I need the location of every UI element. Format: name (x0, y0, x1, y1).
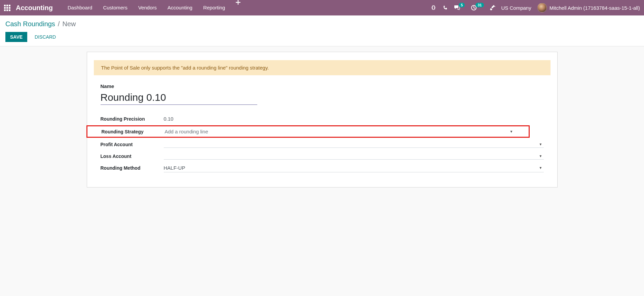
save-button[interactable]: Save (5, 32, 27, 42)
nav-dashboard[interactable]: Dashboard (62, 0, 98, 15)
activities-badge: 31 (476, 3, 484, 7)
tools-icon[interactable] (490, 5, 495, 10)
name-input[interactable] (101, 90, 257, 105)
control-buttons: Save Discard (5, 32, 639, 42)
breadcrumb-current: New (62, 20, 76, 28)
chevron-down-icon: ▼ (538, 154, 544, 158)
content-area: The Point of Sale only supports the "add… (0, 46, 644, 193)
name-label: Name (101, 83, 544, 89)
form-body: Name Rounding Precision 0.10 Rounding St… (87, 83, 557, 174)
messages-badge: 5 (459, 3, 465, 7)
loss-select[interactable]: ▼ (164, 153, 544, 160)
strategy-label: Rounding Strategy (102, 129, 165, 134)
strategy-row-highlighted: Rounding Strategy Add a rounding line ▼ (86, 125, 530, 138)
nav-menu: Dashboard Customers Vendors Accounting R… (62, 0, 246, 15)
apps-icon[interactable] (4, 5, 10, 11)
activities-icon[interactable]: 31 (471, 5, 484, 11)
breadcrumb-parent[interactable]: Cash Roundings (5, 20, 55, 28)
alert-warning: The Point of Sale only supports the "add… (94, 60, 551, 75)
method-label: Rounding Method (101, 165, 164, 171)
name-field-block: Name (101, 83, 544, 105)
precision-row: Rounding Precision 0.10 (101, 113, 544, 125)
nav-reporting[interactable]: Reporting (198, 0, 230, 15)
control-panel: Cash Roundings / New Save Discard (0, 15, 644, 46)
profit-select[interactable]: ▼ (164, 141, 544, 148)
chevron-down-icon: ▼ (508, 130, 515, 133)
form-sheet: The Point of Sale only supports the "add… (87, 52, 558, 187)
avatar (537, 3, 547, 12)
nav-systray: 5 31 US Company Mitchell Admin (17163784… (430, 3, 640, 12)
loss-label: Loss Account (101, 154, 164, 159)
messages-icon[interactable]: 5 (454, 5, 465, 10)
chevron-down-icon: ▼ (538, 142, 544, 146)
top-navbar: Accounting Dashboard Customers Vendors A… (0, 0, 644, 15)
breadcrumb: Cash Roundings / New (5, 20, 639, 28)
phone-icon[interactable] (443, 5, 448, 10)
chevron-down-icon: ▼ (538, 166, 544, 170)
app-title[interactable]: Accounting (16, 4, 53, 12)
nav-accounting[interactable]: Accounting (162, 0, 198, 15)
breadcrumb-separator: / (58, 20, 60, 28)
nav-plus-icon[interactable] (230, 0, 246, 15)
method-select[interactable]: HALF-UP ▼ (164, 164, 544, 172)
discard-button[interactable]: Discard (30, 32, 61, 42)
profit-row: Profit Account ▼ (101, 138, 544, 150)
nav-customers[interactable]: Customers (98, 0, 133, 15)
precision-value[interactable]: 0.10 (164, 116, 544, 122)
precision-label: Rounding Precision (101, 116, 164, 122)
method-value: HALF-UP (164, 165, 538, 171)
strategy-select[interactable]: Add a rounding line ▼ (165, 127, 515, 136)
profit-label: Profit Account (101, 142, 164, 147)
user-name: Mitchell Admin (17163784-saas-15-1-all) (550, 5, 640, 11)
user-menu[interactable]: Mitchell Admin (17163784-saas-15-1-all) (537, 3, 640, 12)
bug-icon[interactable] (430, 5, 437, 11)
company-switcher[interactable]: US Company (501, 5, 531, 11)
nav-vendors[interactable]: Vendors (133, 0, 162, 15)
method-row: Rounding Method HALF-UP ▼ (101, 162, 544, 174)
loss-row: Loss Account ▼ (101, 150, 544, 162)
strategy-value: Add a rounding line (165, 129, 508, 134)
